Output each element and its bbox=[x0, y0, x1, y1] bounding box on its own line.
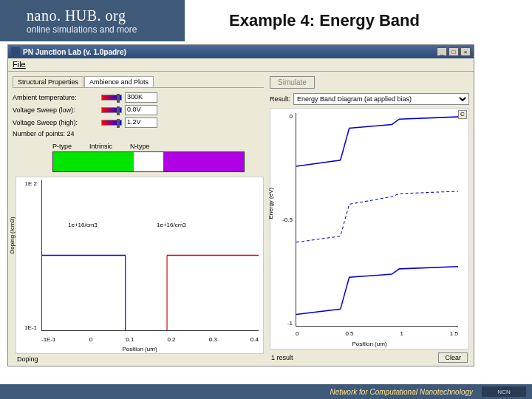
doping-annot-n: 1e+16/cm3 bbox=[157, 222, 186, 228]
temperature-slider[interactable] bbox=[101, 95, 122, 100]
simulate-button[interactable]: Simulate bbox=[270, 76, 315, 89]
doping-xtick: 0.1 bbox=[126, 336, 134, 343]
energy-xaxis: 0 0.5 1 1.5 bbox=[296, 330, 458, 337]
page-header: nano. HUB. org online simulations and mo… bbox=[0, 0, 532, 41]
param-npts: Number of points: 24 bbox=[13, 130, 264, 137]
region-p-segment bbox=[53, 152, 134, 171]
doping-xtick: 0.2 bbox=[167, 336, 175, 343]
brand-subtitle: online simulations and more bbox=[27, 24, 185, 35]
brand-title: nano. HUB. org bbox=[27, 7, 185, 24]
region-n-label: N-type bbox=[130, 143, 150, 150]
result-select[interactable]: Energy Band Diagram (at applied bias) bbox=[293, 93, 469, 105]
npts-label: Number of points: 24 bbox=[13, 130, 75, 137]
energy-ylabel: Energy (eV) bbox=[267, 187, 274, 219]
energy-ytick: 0 bbox=[279, 113, 293, 120]
menu-file[interactable]: File bbox=[13, 60, 26, 69]
doping-ytick: 1E 2 bbox=[18, 180, 37, 187]
vhigh-slider[interactable] bbox=[101, 120, 122, 126]
vhigh-value[interactable]: 1.2V bbox=[125, 117, 157, 128]
doping-xlabel: Position (um) bbox=[16, 346, 263, 352]
doping-plot-svg bbox=[42, 180, 259, 330]
doping-xtick: 0 bbox=[89, 336, 92, 343]
energy-xtick: 1 bbox=[400, 330, 403, 337]
page-title: Example 4: Energy Band bbox=[229, 11, 420, 30]
param-vlow: Voltage Sweep (low): 0.0V bbox=[13, 105, 264, 115]
region-i-label: Intrinsic bbox=[89, 143, 112, 150]
page-footer: Network for Computational Nanotechnology… bbox=[0, 384, 532, 399]
chart-corner-button[interactable]: C bbox=[458, 110, 467, 119]
energy-ytick: -0.5 bbox=[279, 216, 293, 223]
param-temperature: Ambient temperature: 300K bbox=[13, 92, 264, 103]
doping-ytick: 1E-1 bbox=[18, 324, 37, 331]
left-panel: Structural Properties Ambience and Plots… bbox=[8, 72, 267, 366]
doping-ylabel: Doping (/cm3) bbox=[9, 216, 16, 253]
tab-structural[interactable]: Structural Properties bbox=[13, 76, 83, 87]
energy-xtick: 0.5 bbox=[345, 330, 353, 337]
energy-xlabel: Position (um) bbox=[270, 341, 468, 347]
footer-text: Network for Computational Nanotechnology bbox=[330, 388, 473, 396]
tab-strip: Structural Properties Ambience and Plots bbox=[13, 76, 264, 88]
app-window: PN Junction Lab (v. 1.0padre) _ □ × File… bbox=[7, 44, 474, 366]
simulate-row: Simulate bbox=[270, 76, 469, 89]
doping-bottom-label: Doping bbox=[13, 354, 264, 363]
menu-bar: File bbox=[8, 58, 474, 72]
vlow-label: Voltage Sweep (low): bbox=[13, 106, 101, 114]
energy-yaxis: 0 -0.5 -1 bbox=[279, 113, 293, 327]
doping-plot-area bbox=[41, 180, 259, 331]
vhigh-label: Voltage Sweep (high): bbox=[13, 119, 101, 126]
energy-xtick: 1.5 bbox=[450, 330, 458, 337]
footer-logo: NCN bbox=[482, 386, 526, 397]
energy-xtick: 0 bbox=[296, 330, 299, 337]
energy-plot-svg bbox=[296, 113, 458, 326]
doping-xtick: -1E-1 bbox=[41, 336, 56, 343]
header-brand-area: nano. HUB. org online simulations and mo… bbox=[0, 0, 185, 41]
doping-xtick: 0.3 bbox=[209, 336, 217, 343]
energy-ytick: -1 bbox=[279, 320, 293, 327]
maximize-button[interactable]: □ bbox=[449, 47, 459, 56]
region-i-segment bbox=[134, 152, 164, 171]
close-button[interactable]: × bbox=[460, 47, 471, 56]
energy-chart: C Energy (eV) 0 -0.5 -1 0 0.5 bbox=[270, 108, 469, 349]
vlow-slider[interactable] bbox=[101, 107, 122, 113]
param-vhigh: Voltage Sweep (high): 1.2V bbox=[13, 117, 264, 128]
doping-annot-p: 1e+16/cm3 bbox=[68, 222, 98, 228]
temperature-value[interactable]: 300K bbox=[125, 92, 157, 103]
doping-chart: Doping (/cm3) 1E 2 1E-1 1e+16/cm3 1e+16/… bbox=[16, 177, 264, 354]
region-p-label: P-type bbox=[52, 143, 72, 150]
region-labels: P-type Intrinsic N-type bbox=[52, 143, 264, 150]
doping-xtick: 0.4 bbox=[250, 336, 259, 343]
doping-yaxis: 1E 2 1E-1 bbox=[18, 180, 37, 331]
app-icon bbox=[11, 47, 20, 56]
vlow-value[interactable]: 0.0V bbox=[125, 105, 157, 115]
result-label: Result: bbox=[270, 95, 290, 103]
window-title: PN Junction Lab (v. 1.0padre) bbox=[23, 48, 435, 56]
result-footer: 1 result Clear bbox=[270, 352, 469, 363]
energy-plot-area bbox=[296, 113, 458, 327]
result-row: Result: Energy Band Diagram (at applied … bbox=[270, 93, 469, 105]
region-bar bbox=[52, 151, 245, 172]
doping-xaxis: -1E-1 0 0.1 0.2 0.3 0.4 bbox=[41, 336, 259, 343]
tab-ambient[interactable]: Ambience and Plots bbox=[84, 76, 154, 87]
region-n-segment bbox=[163, 152, 244, 171]
minimize-button[interactable]: _ bbox=[437, 47, 447, 56]
right-panel: Simulate Result: Energy Band Diagram (at… bbox=[267, 72, 474, 366]
clear-button[interactable]: Clear bbox=[438, 352, 468, 363]
window-titlebar[interactable]: PN Junction Lab (v. 1.0padre) _ □ × bbox=[8, 45, 474, 58]
header-title-area: Example 4: Energy Band bbox=[185, 0, 532, 41]
result-count: 1 result bbox=[271, 354, 293, 361]
temperature-label: Ambient temperature: bbox=[13, 94, 101, 101]
